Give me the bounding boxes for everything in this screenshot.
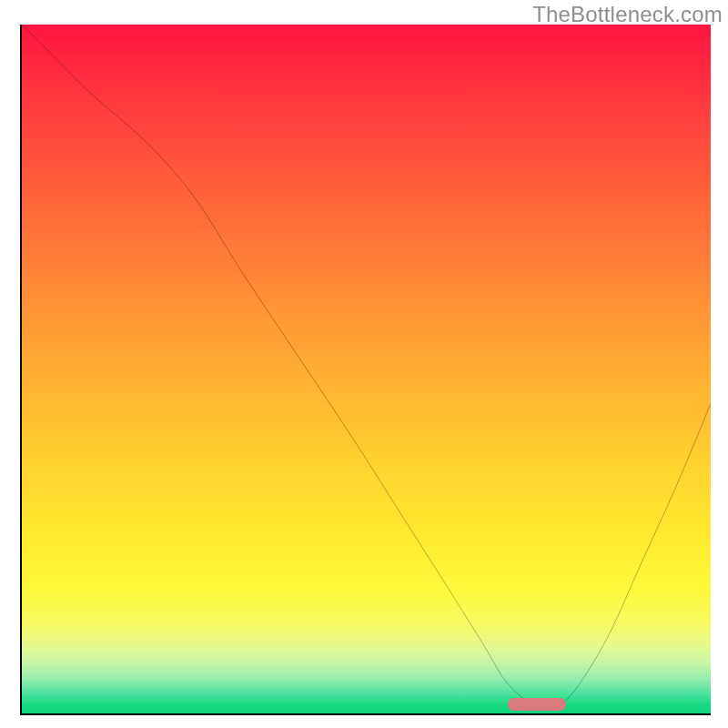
optimal-range-marker bbox=[508, 698, 566, 711]
watermark-text: TheBottleneck.com bbox=[532, 2, 723, 27]
bottleneck-curve bbox=[22, 25, 711, 713]
x-axis bbox=[20, 713, 711, 715]
chart-container: TheBottleneck.com bbox=[0, 0, 728, 728]
y-axis bbox=[20, 25, 22, 715]
plot-area bbox=[22, 25, 711, 713]
